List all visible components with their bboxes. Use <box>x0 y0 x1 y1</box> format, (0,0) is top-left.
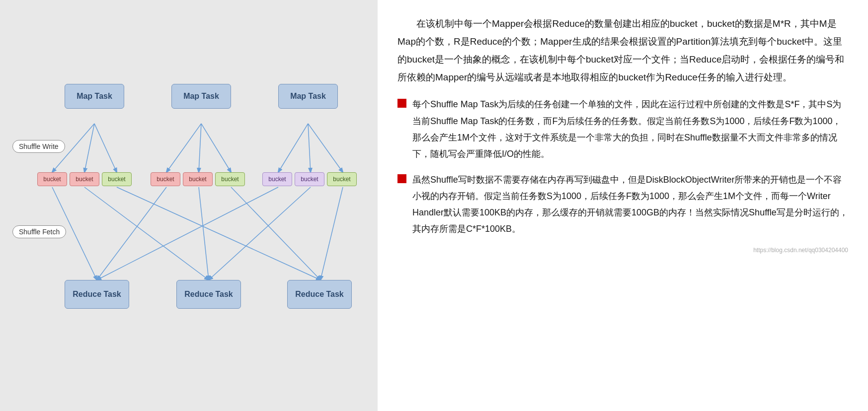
bullet-item-2: 虽然Shuffle写时数据不需要存储在内存再写到磁盘中，但是DiskBlockO… <box>397 172 848 238</box>
shuffle-write-badge: Shuffle Write <box>12 140 65 153</box>
svg-line-7 <box>308 124 311 172</box>
reduce-task-1: Reduce Task <box>65 280 129 309</box>
svg-line-8 <box>308 124 343 172</box>
map-task-1-label: Map Task <box>77 92 112 101</box>
bucket-3-3: bucket <box>327 172 357 186</box>
svg-line-12 <box>84 187 209 280</box>
reduce-task-3-label: Reduce Task <box>295 290 344 299</box>
diagram-container: Map Task Map Task Map Task bucket bucket… <box>10 57 368 354</box>
bullet-text-1: 每个Shuffle Map Task为后续的任务创建一个单独的文件，因此在运行过… <box>412 96 848 162</box>
map-task-3-label: Map Task <box>290 92 326 101</box>
intro-text: 在该机制中每一个Mapper会根据Reduce的数量创建出相应的bucket，b… <box>397 15 848 86</box>
reduce-task-2: Reduce Task <box>176 280 241 309</box>
map-task-3: Map Task <box>278 84 338 109</box>
bullet-list: 每个Shuffle Map Task为后续的任务创建一个单独的文件，因此在运行过… <box>397 96 848 237</box>
svg-line-13 <box>199 187 209 280</box>
reduce-task-3: Reduce Task <box>287 280 352 309</box>
bucket-2-2: bucket <box>183 172 213 186</box>
svg-line-2 <box>94 124 117 172</box>
map-task-1: Map Task <box>65 84 124 109</box>
reduce-task-2-label: Reduce Task <box>184 290 233 299</box>
right-panel: 在该机制中每一个Mapper会根据Reduce的数量创建出相应的bucket，b… <box>378 0 868 411</box>
svg-line-11 <box>97 187 278 280</box>
diagram-panel: Map Task Map Task Map Task bucket bucket… <box>0 0 378 411</box>
svg-line-3 <box>166 124 201 172</box>
bucket-3-1: bucket <box>262 172 292 186</box>
bucket-3-2: bucket <box>295 172 324 186</box>
svg-line-14 <box>209 187 311 280</box>
svg-line-15 <box>117 187 320 280</box>
shuffle-fetch-badge: Shuffle Fetch <box>12 225 66 238</box>
map-task-2: Map Task <box>171 84 231 109</box>
bullet-text-2: 虽然Shuffle写时数据不需要存储在内存再写到磁盘中，但是DiskBlockO… <box>412 172 848 238</box>
svg-line-6 <box>278 124 308 172</box>
svg-line-1 <box>84 124 94 172</box>
svg-line-4 <box>199 124 201 172</box>
bucket-1-3: bucket <box>102 172 132 186</box>
bullet-icon-2 <box>397 174 406 183</box>
map-task-2-label: Map Task <box>183 92 219 101</box>
bucket-2-1: bucket <box>151 172 180 186</box>
bucket-1-2: bucket <box>70 172 99 186</box>
reduce-task-1-label: Reduce Task <box>73 290 121 299</box>
bullet-icon-1 <box>397 99 406 108</box>
svg-line-5 <box>201 124 231 172</box>
bucket-1-1: bucket <box>37 172 67 186</box>
url-hint: https://blog.csdn.net/qq0304204400 <box>397 247 848 254</box>
svg-line-16 <box>231 187 320 280</box>
svg-line-17 <box>320 187 343 280</box>
bucket-2-3: bucket <box>215 172 245 186</box>
svg-line-10 <box>97 187 166 280</box>
bullet-item-1: 每个Shuffle Map Task为后续的任务创建一个单独的文件，因此在运行过… <box>397 96 848 162</box>
